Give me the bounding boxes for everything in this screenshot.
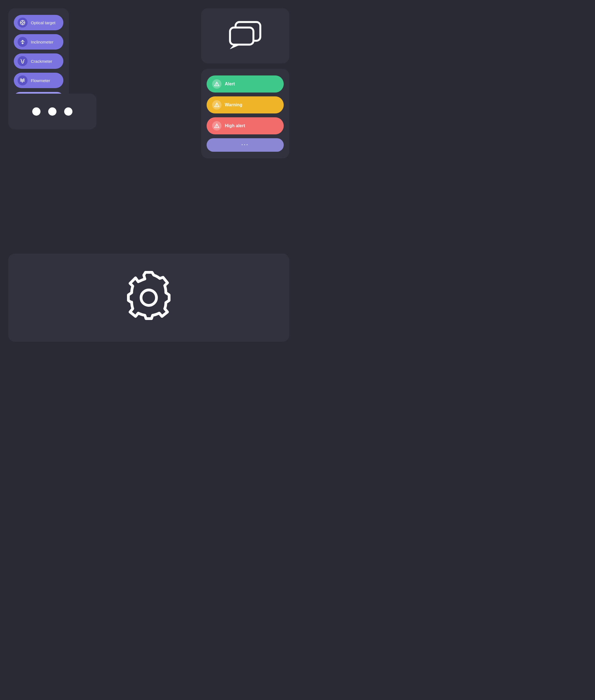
inclinometer-label: Inclinometer [31, 40, 53, 44]
high-alert-warning-icon [212, 121, 222, 130]
svg-point-17 [141, 290, 157, 305]
svg-point-1 [22, 22, 24, 24]
dot-3 [64, 108, 73, 116]
warning-warning-icon [212, 100, 222, 110]
alert-button[interactable]: Alert [206, 76, 284, 92]
settings-panel [8, 254, 289, 342]
gear-icon [121, 270, 176, 325]
flowmeter-label: Flowmeter [31, 78, 50, 83]
dot-1 [32, 108, 40, 116]
svg-point-12 [217, 85, 217, 86]
crackmeter-button[interactable]: Crackmeter [14, 53, 63, 69]
dot-2 [48, 108, 56, 116]
inclinometer-button[interactable]: Inclinometer [14, 34, 63, 50]
chat-icon [226, 19, 264, 52]
alert-warning-icon [212, 79, 222, 89]
alerts-more-label: ··· [241, 142, 249, 148]
high-alert-button[interactable]: High alert [206, 117, 284, 135]
alerts-panel: Alert Warning High alert ··· [201, 69, 289, 158]
svg-point-16 [217, 127, 217, 127]
svg-point-14 [217, 106, 217, 107]
warning-label: Warning [225, 103, 242, 108]
dots-left-panel [8, 94, 96, 129]
alert-label: Alert [225, 82, 235, 86]
crackmeter-icon [18, 56, 28, 66]
alerts-more-button[interactable]: ··· [206, 138, 284, 152]
high-alert-label: High alert [225, 123, 245, 128]
warning-button[interactable]: Warning [206, 96, 284, 113]
flowmeter-icon [18, 76, 28, 85]
crackmeter-label: Crackmeter [31, 59, 52, 64]
svg-rect-8 [230, 28, 253, 45]
optical-target-icon [18, 18, 28, 28]
inclinometer-icon [18, 37, 28, 47]
chat-panel [201, 8, 289, 63]
optical-target-label: Optical target [31, 20, 55, 25]
flowmeter-button[interactable]: Flowmeter [14, 73, 63, 88]
optical-target-button[interactable]: Optical target [14, 15, 63, 30]
